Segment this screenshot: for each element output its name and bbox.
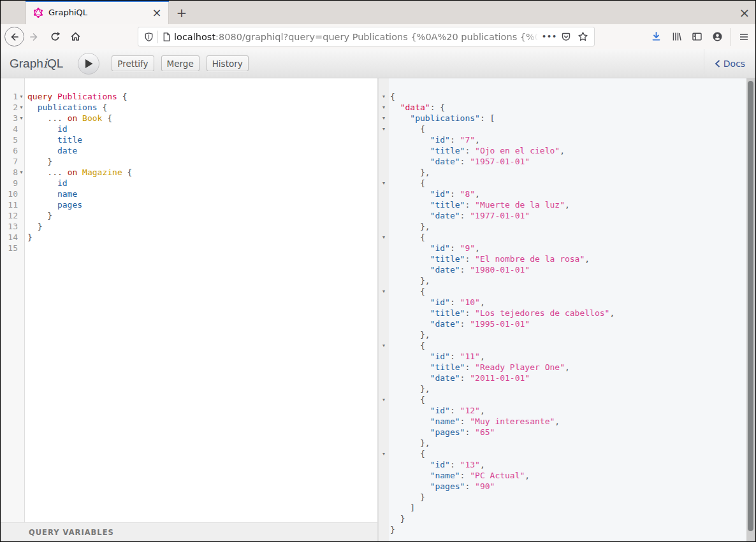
- query-line-7[interactable]: 7 }: [1, 156, 377, 167]
- reload-button[interactable]: [45, 26, 65, 48]
- code-text: "date": "1995-01-01": [390, 318, 530, 329]
- account-icon: [712, 31, 723, 42]
- back-button[interactable]: [4, 26, 24, 48]
- pocket-icon[interactable]: [561, 32, 571, 42]
- page-actions-icon[interactable]: •••: [542, 32, 557, 41]
- fold-arrow-icon[interactable]: ▾: [379, 113, 389, 124]
- history-button[interactable]: History: [207, 55, 249, 71]
- window-close-button[interactable]: ×: [735, 1, 754, 24]
- merge-button[interactable]: Merge: [161, 55, 200, 71]
- code-text: "pages": "65": [390, 427, 495, 438]
- fold-arrow-icon[interactable]: ▾: [379, 232, 389, 243]
- tab-close-icon[interactable]: ×: [149, 1, 164, 24]
- account-button[interactable]: [707, 26, 727, 48]
- query-code[interactable]: 1▾query Publications {2▾ publications {3…: [1, 91, 377, 253]
- library-button[interactable]: [666, 26, 687, 48]
- query-variables-bar[interactable]: QUERY VARIABLES: [1, 522, 377, 541]
- response-line-20: "id": "10",: [379, 297, 746, 308]
- query-line-5[interactable]: 5 title: [1, 134, 377, 145]
- code-text: {: [390, 124, 425, 134]
- fold-arrow-icon[interactable]: ▾: [379, 448, 389, 459]
- query-variables-title: QUERY VARIABLES: [29, 528, 114, 537]
- query-line-2[interactable]: 2▾ publications {: [1, 102, 377, 113]
- url-path: :8080/graphiql?query=query Publications …: [215, 32, 538, 42]
- query-line-10[interactable]: 10 name: [1, 189, 377, 199]
- fold-arrow-icon[interactable]: ▾: [379, 91, 389, 102]
- sidebars-button[interactable]: [687, 26, 707, 48]
- fold-arrow-icon[interactable]: ▾: [379, 124, 389, 134]
- response-line-38: }: [379, 492, 746, 503]
- bookmark-star-icon[interactable]: [578, 31, 588, 42]
- line-number: 3: [1, 113, 18, 124]
- response-scrollbar-track[interactable]: [746, 78, 755, 541]
- fold-arrow-icon[interactable]: ▾: [18, 113, 25, 124]
- code-text: "id": "11",: [390, 351, 485, 362]
- response-scrollbar-thumb[interactable]: [748, 81, 753, 531]
- query-line-4[interactable]: 4 id: [1, 124, 377, 134]
- forward-button[interactable]: [24, 26, 45, 48]
- query-line-12[interactable]: 12 }: [1, 210, 377, 221]
- code-text: "date": "1980-01-01": [390, 264, 530, 275]
- response-line-35: "id": "13",: [379, 459, 746, 470]
- fold-arrow-icon[interactable]: ▾: [379, 394, 389, 405]
- graphiql-logo: GraphiQL: [10, 56, 63, 71]
- response-line-19: ▾ {: [379, 286, 746, 297]
- response-line-27: "date": "2011-01-01": [379, 373, 746, 383]
- query-line-14[interactable]: 14}: [1, 232, 377, 243]
- tab-bar: GraphiQL × + ×: [1, 1, 755, 24]
- tracking-protection-shield-icon[interactable]: [144, 32, 154, 42]
- response-line-21: "title": "Los tejedores de cabellos",: [379, 308, 746, 318]
- response-line-5: "id": "7",: [379, 134, 746, 145]
- query-line-8[interactable]: 8▾ ... on Magazine {: [1, 167, 377, 178]
- prettify-button[interactable]: Prettify: [112, 55, 154, 71]
- code-text: "id": "10",: [390, 297, 485, 308]
- fold-arrow-icon[interactable]: ▾: [379, 102, 389, 113]
- fold-arrow-icon[interactable]: ▾: [18, 91, 25, 102]
- fold-arrow-icon[interactable]: ▾: [18, 167, 25, 178]
- url-domain: localhost: [174, 32, 215, 42]
- fold-arrow-icon[interactable]: ▾: [379, 286, 389, 297]
- code-text: "name": "Muy interesante",: [390, 416, 560, 427]
- code-text: },: [390, 275, 430, 286]
- downloads-button[interactable]: [646, 26, 666, 48]
- code-text: "date": "1977-01-01": [390, 210, 530, 221]
- query-line-3[interactable]: 3▾ ... on Book {: [1, 113, 377, 124]
- new-tab-button[interactable]: +: [173, 1, 191, 24]
- response-code: ▾{▾ "data": {▾ "publications": [▾ { "id"…: [379, 91, 746, 535]
- fold-arrow-icon[interactable]: ▾: [18, 102, 25, 113]
- url-text[interactable]: localhost:8080/graphiql?query=query Publ…: [174, 32, 538, 42]
- back-icon: [4, 27, 24, 46]
- code-text: "date": "1957-01-01": [390, 156, 530, 167]
- code-text: query Publications {: [27, 91, 127, 102]
- execute-query-button[interactable]: [78, 53, 99, 75]
- code-text: {: [390, 286, 425, 297]
- home-button[interactable]: [65, 26, 85, 48]
- url-bar[interactable]: localhost:8080/graphiql?query=query Publ…: [138, 27, 595, 46]
- tab-title: GraphiQL: [48, 8, 87, 17]
- query-line-9[interactable]: 9 id: [1, 178, 377, 189]
- tab-graphiql[interactable]: GraphiQL ×: [25, 1, 169, 24]
- query-line-11[interactable]: 11 pages: [1, 199, 377, 210]
- code-text: name: [27, 189, 77, 199]
- response-line-25: "id": "11",: [379, 351, 746, 362]
- code-text: "pages": "90": [390, 481, 495, 492]
- menu-button[interactable]: [734, 26, 754, 48]
- code-text: "title": "Ready Player One",: [390, 362, 570, 373]
- code-text: "id": "9",: [390, 243, 480, 253]
- forward-icon: [29, 32, 40, 42]
- query-line-13[interactable]: 13 }: [1, 221, 377, 232]
- response-line-18: },: [379, 275, 746, 286]
- query-editor-pane[interactable]: 1▾query Publications {2▾ publications {3…: [1, 78, 377, 541]
- response-line-8: },: [379, 167, 746, 178]
- fold-arrow-icon[interactable]: ▾: [379, 340, 389, 351]
- query-line-6[interactable]: 6 date: [1, 145, 377, 156]
- page-info-icon[interactable]: [162, 32, 171, 42]
- response-line-23: },: [379, 329, 746, 340]
- docs-button[interactable]: Docs: [704, 49, 755, 78]
- query-line-15[interactable]: 15: [1, 243, 377, 253]
- fold-arrow-icon[interactable]: ▾: [379, 178, 389, 189]
- response-line-12: "date": "1977-01-01": [379, 210, 746, 221]
- response-line-13: },: [379, 221, 746, 232]
- response-line-39: ]: [379, 503, 746, 513]
- query-line-1[interactable]: 1▾query Publications {: [1, 91, 377, 102]
